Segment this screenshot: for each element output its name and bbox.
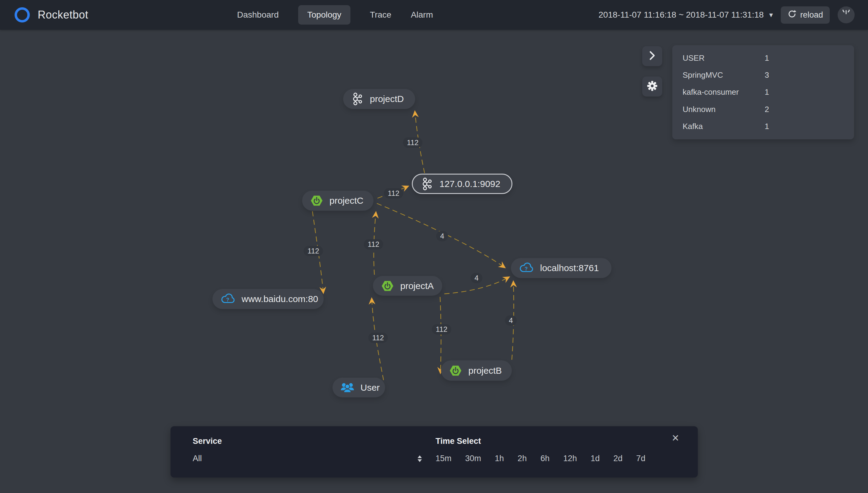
node-label: 127.0.0.1:9092 <box>440 179 500 189</box>
time-select-column: Time Select 15m30m1h2h6h12h1d2d7d <box>436 436 645 463</box>
edge-call-count: 112 <box>364 239 383 250</box>
time-option-7d[interactable]: 7d <box>636 454 645 463</box>
service-column: Service All <box>193 436 424 463</box>
nav-tabs: DashboardTopologyTraceAlarm <box>237 5 433 25</box>
node-projectD[interactable]: projectD <box>343 89 415 109</box>
node-label: www.baidu.com:80 <box>242 294 318 304</box>
legend-type: USER <box>683 53 765 63</box>
refresh-icon <box>787 9 796 21</box>
time-option-2h[interactable]: 2h <box>518 454 527 463</box>
topology-screen: projectD 127.0.0.1:9092 projectC ? www.b… <box>0 0 868 493</box>
edge-call-count: 4 <box>505 316 517 326</box>
service-label: Service <box>193 436 424 446</box>
time-option-6h[interactable]: 6h <box>540 454 549 463</box>
legend-row: SpringMVC3 <box>672 66 854 84</box>
edge-call-count: 112 <box>432 324 451 335</box>
node-label: localhost:8761 <box>540 263 599 273</box>
node-projectB[interactable]: projectB <box>441 360 512 381</box>
time-option-30m[interactable]: 30m <box>465 454 481 463</box>
expand-panel-button[interactable] <box>642 46 662 66</box>
svg-text:?: ? <box>525 266 528 272</box>
power-icon <box>842 10 851 20</box>
tab-dashboard[interactable]: Dashboard <box>237 5 279 25</box>
reload-label: reload <box>800 10 823 20</box>
tab-topology[interactable]: Topology <box>298 5 350 25</box>
time-option-15m[interactable]: 15m <box>436 454 452 463</box>
legend-row: USER1 <box>672 49 854 66</box>
svg-text:?: ? <box>226 297 229 302</box>
edge-call-count: 112 <box>403 137 422 148</box>
node-kafka9092[interactable]: 127.0.0.1:9092 <box>412 174 512 194</box>
edge-call-count: 112 <box>368 333 388 343</box>
tab-trace[interactable]: Trace <box>370 5 391 25</box>
time-select-label: Time Select <box>436 436 645 446</box>
node-user[interactable]: User <box>332 378 385 398</box>
legend-type: Unknown <box>683 105 765 114</box>
legend-type: Kafka <box>683 122 765 131</box>
rocketbot-logo-icon <box>15 7 30 22</box>
time-option-1h[interactable]: 1h <box>495 454 504 463</box>
legend-row: Kafka1 <box>672 118 854 135</box>
kafka-icon <box>351 92 364 106</box>
brand-name: Rocketbot <box>38 8 88 21</box>
spring-icon <box>381 279 394 293</box>
legend-count: 1 <box>765 122 769 131</box>
node-label: projectB <box>468 365 502 376</box>
spring-icon <box>310 194 323 207</box>
close-icon[interactable]: × <box>672 432 679 444</box>
time-range-value: 2018-11-07 11:16:18 ~ 2018-11-07 11:31:1… <box>599 10 764 20</box>
legend-row: Unknown2 <box>672 101 854 118</box>
options-panel: Service All Time Select 15m30m1h2h6h12h1… <box>170 426 698 477</box>
chevron-right-icon <box>648 50 657 62</box>
time-option-1d[interactable]: 1d <box>590 454 600 463</box>
service-select-value: All <box>193 454 202 463</box>
time-options: 15m30m1h2h6h12h1d2d7d <box>436 454 645 463</box>
chevron-down-icon: ▾ <box>769 10 773 19</box>
node-label: projectD <box>370 94 404 104</box>
power-button[interactable] <box>837 6 855 23</box>
reload-button[interactable]: reload <box>781 6 830 24</box>
node-projectC[interactable]: projectC <box>302 191 374 211</box>
brand: Rocketbot <box>0 7 237 22</box>
user-group-icon <box>340 382 355 394</box>
node-label: projectC <box>329 195 363 206</box>
legend-count: 3 <box>765 70 769 80</box>
edge-call-count: 112 <box>384 188 403 198</box>
edge-call-count: 112 <box>304 246 323 256</box>
navbar-right: 2018-11-07 11:16:18 ~ 2018-11-07 11:31:1… <box>599 6 868 24</box>
legend-count: 1 <box>765 53 769 63</box>
node-baidu[interactable]: ? www.baidu.com:80 <box>213 289 324 309</box>
time-option-12h[interactable]: 12h <box>563 454 577 463</box>
node-label: User <box>360 383 380 393</box>
settings-button[interactable] <box>642 77 662 97</box>
legend-count: 2 <box>765 105 769 114</box>
spring-icon <box>449 364 462 377</box>
navbar: Rocketbot DashboardTopologyTraceAlarm 20… <box>0 0 868 30</box>
legend-type: kafka-consumer <box>683 87 765 97</box>
time-option-2d[interactable]: 2d <box>613 454 622 463</box>
node-projectA[interactable]: projectA <box>373 276 442 296</box>
legend-row: kafka-consumer1 <box>672 84 854 101</box>
service-type-legend: USER1SpringMVC3kafka-consumer1Unknown2Ka… <box>672 45 854 140</box>
kafka-icon <box>421 177 433 191</box>
time-range-picker[interactable]: 2018-11-07 11:16:18 ~ 2018-11-07 11:31:1… <box>599 10 773 20</box>
gear-icon <box>646 80 658 93</box>
cloud-icon: ? <box>519 262 534 274</box>
sort-arrows-icon <box>418 455 422 462</box>
tab-alarm[interactable]: Alarm <box>411 5 433 25</box>
legend-type: SpringMVC <box>683 70 765 80</box>
legend-count: 1 <box>765 87 769 97</box>
node-label: projectA <box>400 281 434 291</box>
edge-call-count: 4 <box>436 231 448 241</box>
service-select[interactable]: All <box>193 454 424 463</box>
cloud-icon: ? <box>220 293 236 305</box>
node-localhost[interactable]: ? localhost:8761 <box>511 258 611 278</box>
edge-call-count: 4 <box>470 273 482 283</box>
